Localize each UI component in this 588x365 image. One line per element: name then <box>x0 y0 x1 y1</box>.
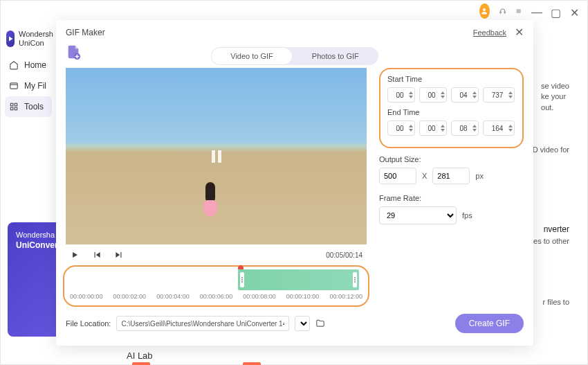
time-range-section: Start Time 00 00 04 737 End Time 00 00 0… <box>379 68 524 148</box>
start-minutes-input[interactable]: 00 <box>419 87 447 103</box>
playback-controls: 00:05/00:14 <box>66 244 367 265</box>
next-frame-button[interactable] <box>114 250 124 260</box>
svg-rect-6 <box>10 83 18 89</box>
close-window-button[interactable]: ✕ <box>570 6 579 16</box>
nav-tools[interactable]: Tools <box>5 96 52 117</box>
nav-myfiles[interactable]: My Fil <box>5 75 52 96</box>
gif-maker-dialog: GIF Maker Feedback ✕ Video to GIF Photos… <box>56 20 533 346</box>
svg-rect-7 <box>10 104 13 107</box>
brand-logo <box>6 30 15 47</box>
output-width-input[interactable] <box>379 168 416 184</box>
bg-text: se videoke yourout. <box>541 81 569 113</box>
selection-clip[interactable] <box>238 269 359 290</box>
ai-lab-heading: AI Lab <box>127 350 153 361</box>
px-label: px <box>475 172 484 180</box>
tabs-row: Video to GIF Photos to GIF <box>56 47 533 65</box>
maximize-button[interactable]: ▢ <box>551 6 560 16</box>
preview-panel: 00:05/00:14 00:00:00:0000:00:02:0000:00:… <box>66 68 367 307</box>
start-hours-input[interactable]: 00 <box>387 87 415 103</box>
bg-text: ID video for <box>531 145 569 155</box>
dialog-title: GIF Maker <box>66 28 105 37</box>
brand-text: Wondersh UniCon <box>19 30 53 48</box>
start-time-inputs: 00 00 04 737 <box>387 87 515 103</box>
mode-tabs: Video to GIF Photos to GIF <box>211 47 378 65</box>
end-ms-input[interactable]: 164 <box>483 121 515 136</box>
end-minutes-input[interactable]: 00 <box>419 121 447 136</box>
start-ms-input[interactable]: 737 <box>483 87 515 103</box>
svg-point-0 <box>483 8 486 11</box>
user-avatar[interactable] <box>479 3 490 19</box>
open-folder-icon[interactable] <box>315 319 325 328</box>
file-location-dropdown[interactable] <box>295 316 310 331</box>
video-preview[interactable] <box>66 68 367 244</box>
play-button[interactable] <box>70 250 80 260</box>
framerate-row: 29 fps <box>379 206 524 224</box>
minimize-button[interactable]: — <box>531 6 541 16</box>
svg-rect-8 <box>15 104 17 107</box>
menu-icon[interactable] <box>515 6 522 16</box>
clip-start-handle[interactable] <box>240 272 244 287</box>
file-location-label: File Location: <box>66 319 111 328</box>
end-seconds-input[interactable]: 08 <box>451 121 479 136</box>
tab-video-to-gif[interactable]: Video to GIF <box>211 47 293 65</box>
settings-panel: Start Time 00 00 04 737 End Time 00 00 0… <box>379 68 524 307</box>
end-hours-input[interactable]: 00 <box>387 121 415 136</box>
playback-time: 00:05/00:14 <box>326 251 362 259</box>
framerate-select[interactable]: 29 <box>379 206 457 224</box>
start-time-label: Start Time <box>387 75 515 83</box>
bg-text: r files to <box>542 297 569 308</box>
prev-frame-button[interactable] <box>92 250 102 260</box>
output-size-label: Output Size: <box>379 155 524 163</box>
add-file-icon[interactable] <box>66 44 81 60</box>
svg-rect-10 <box>15 108 17 111</box>
fps-label: fps <box>462 211 472 220</box>
titlebar: — ▢ ✕ <box>1 1 587 21</box>
file-location-input[interactable] <box>116 316 289 331</box>
framerate-label: Frame Rate: <box>379 194 524 202</box>
tab-photos-to-gif[interactable]: Photos to GIF <box>293 47 378 65</box>
start-seconds-input[interactable]: 04 <box>451 87 479 103</box>
bg-text: ges to other <box>529 236 569 247</box>
file-location-row: File Location: Create GIF <box>56 307 533 340</box>
clip-end-handle[interactable] <box>353 272 357 287</box>
end-time-inputs: 00 00 08 164 <box>387 121 515 136</box>
close-dialog-button[interactable]: ✕ <box>515 26 524 39</box>
nav-home-label: Home <box>24 60 46 70</box>
brand: Wondersh UniCon <box>5 27 52 55</box>
nav-tools-label: Tools <box>24 102 44 112</box>
video-subject <box>201 182 220 224</box>
pause-indicator-icon <box>212 150 221 163</box>
bg-heading: nverter <box>544 224 569 235</box>
new-badge <box>243 362 261 365</box>
output-size-row: X px <box>379 168 524 184</box>
output-height-input[interactable] <box>432 168 470 184</box>
svg-rect-9 <box>10 108 13 111</box>
headset-icon[interactable] <box>499 6 506 16</box>
timeline[interactable]: 00:00:00:0000:00:02:0000:00:04:0000:00:0… <box>63 265 369 307</box>
nav-myfiles-label: My Fil <box>24 81 46 91</box>
svg-rect-2 <box>504 12 505 13</box>
feedback-link[interactable]: Feedback <box>473 28 506 37</box>
nav-home[interactable]: Home <box>5 55 52 75</box>
create-gif-button[interactable]: Create GIF <box>455 314 524 333</box>
dialog-header: GIF Maker Feedback ✕ <box>56 20 533 43</box>
svg-rect-1 <box>499 12 501 13</box>
new-badge <box>132 362 150 365</box>
timeline-ruler: 00:00:00:0000:00:02:0000:00:04:0000:00:0… <box>68 290 364 300</box>
x-label: X <box>422 172 427 180</box>
dialog-body: 00:05/00:14 00:00:00:0000:00:02:0000:00:… <box>56 68 533 307</box>
end-time-label: End Time <box>387 108 515 116</box>
main-window: — ▢ ✕ Wondersh UniCon Home My Fil Tools … <box>0 0 588 365</box>
